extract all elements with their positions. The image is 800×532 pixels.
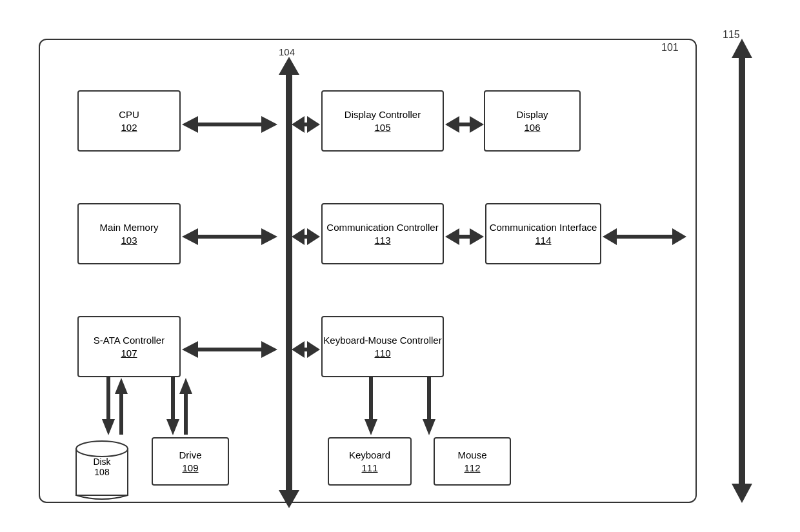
svg-rect-27 — [427, 377, 431, 421]
arrow-dc-display — [445, 115, 484, 134]
arrow-bus-dc-2 — [292, 115, 320, 134]
keyboard-label: Keyboard — [349, 449, 390, 462]
svg-marker-14 — [292, 341, 320, 358]
mouse-label: Mouse — [457, 449, 486, 462]
arrow-drive-sata — [179, 378, 192, 435]
kmc-num: 110 — [374, 347, 390, 360]
svg-marker-10 — [292, 228, 320, 245]
cpu-label: CPU — [119, 108, 139, 121]
arrow-kmc-mouse — [423, 377, 435, 435]
arrow-sata-drive — [166, 377, 179, 435]
disk-label: Disk 108 — [70, 457, 134, 477]
comp-comm-interface: Communication Interface 114 — [485, 203, 601, 264]
svg-marker-0 — [732, 39, 752, 58]
keyboard-num: 111 — [361, 462, 377, 475]
arrow-ci-out — [603, 227, 686, 246]
svg-marker-7 — [292, 116, 320, 133]
comp-mouse: Mouse 112 — [434, 437, 511, 486]
comp-main-memory: Main Memory 103 — [77, 203, 181, 264]
svg-marker-26 — [365, 419, 377, 435]
drive-num: 109 — [182, 462, 198, 475]
svg-marker-5 — [279, 490, 299, 508]
svg-marker-3 — [279, 57, 299, 75]
svg-rect-17 — [171, 377, 175, 422]
svg-marker-18 — [166, 419, 179, 435]
arrow-disk-sata — [115, 378, 128, 435]
dc-label: Display Controller — [345, 108, 421, 121]
arrow-cc-ci — [445, 227, 484, 246]
arrow-sata-disk — [102, 377, 115, 435]
sata-label: S-ATA Controller — [94, 334, 165, 347]
svg-marker-11 — [445, 228, 484, 245]
sata-num: 107 — [121, 347, 137, 360]
kmc-label: Keyboard-Mouse Controller — [323, 334, 441, 347]
svg-marker-2 — [732, 484, 752, 503]
arrow-kmc-keyboard — [365, 377, 377, 435]
svg-marker-9 — [182, 228, 277, 245]
comp-comm-controller: Communication Controller 113 — [321, 203, 444, 264]
svg-rect-25 — [369, 377, 373, 421]
comp-sata: S-ATA Controller 107 — [77, 316, 181, 377]
diagram-container: 101 115 104 CPU 102 Display Controller 1… — [26, 19, 735, 509]
arrow-bus-kmc — [292, 340, 320, 359]
mouse-num: 112 — [464, 462, 480, 475]
svg-rect-20 — [119, 393, 123, 435]
arrow-sata-bus — [182, 340, 277, 359]
svg-marker-12 — [603, 228, 686, 245]
mm-label: Main Memory — [100, 221, 159, 234]
display-num: 106 — [524, 121, 540, 134]
svg-marker-8 — [445, 116, 484, 133]
ci-label: Communication Interface — [490, 221, 597, 234]
comp-keyboard: Keyboard 111 — [328, 437, 412, 486]
comp-display: Display 106 — [484, 90, 581, 152]
svg-marker-6 — [182, 116, 277, 133]
svg-marker-28 — [423, 419, 435, 435]
svg-rect-4 — [286, 74, 292, 491]
arrow-bus-cc — [292, 227, 320, 246]
svg-point-24 — [76, 441, 128, 457]
svg-rect-15 — [106, 377, 110, 422]
cc-label: Communication Controller — [326, 221, 438, 234]
svg-rect-22 — [184, 393, 188, 435]
svg-marker-19 — [115, 378, 128, 394]
mm-num: 103 — [121, 234, 137, 247]
comp-drive: Drive 109 — [152, 437, 229, 486]
arrow-cpu-bus — [182, 115, 277, 134]
arrow-115-svg — [728, 39, 756, 503]
comp-kmc: Keyboard-Mouse Controller 110 — [321, 316, 444, 377]
svg-marker-21 — [179, 378, 192, 394]
label-101: 101 — [661, 42, 679, 54]
display-label: Display — [516, 108, 548, 121]
cpu-num: 102 — [121, 121, 137, 134]
comp-display-controller: Display Controller 105 — [321, 90, 444, 152]
svg-rect-1 — [739, 57, 745, 485]
svg-marker-16 — [102, 419, 115, 435]
svg-marker-13 — [182, 341, 277, 358]
ci-num: 114 — [535, 234, 551, 247]
arrow-mm-bus — [182, 227, 277, 246]
cc-num: 113 — [374, 234, 390, 247]
dc-num: 105 — [374, 121, 390, 134]
comp-cpu: CPU 102 — [77, 90, 181, 152]
label-104: 104 — [279, 46, 295, 57]
drive-label: Drive — [179, 449, 201, 462]
